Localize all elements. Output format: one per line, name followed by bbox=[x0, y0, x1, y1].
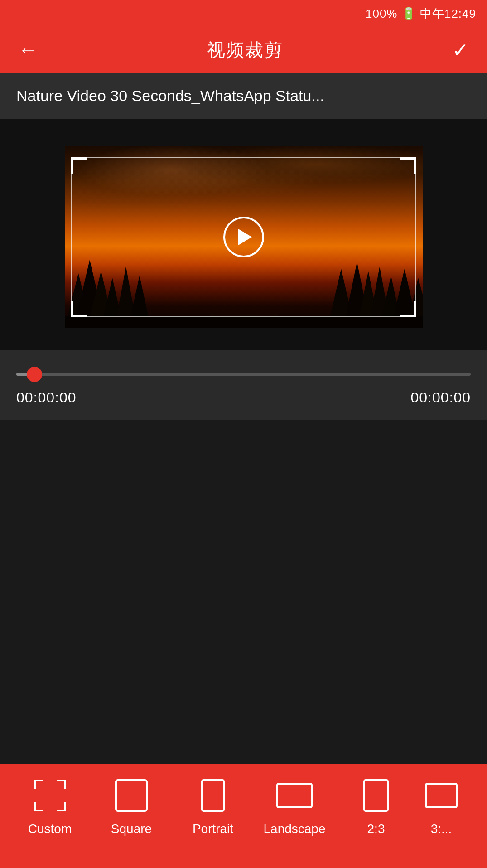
svg-rect-14 bbox=[65, 316, 423, 328]
status-bar-info: 100% 🔋 中午12:49 bbox=[366, 6, 476, 22]
back-button[interactable]: ← bbox=[18, 39, 38, 61]
portrait-label: Portrait bbox=[193, 822, 233, 836]
landscape-icon-container bbox=[276, 777, 313, 814]
ratio23-icon-container bbox=[358, 777, 394, 814]
ratio23-crop-icon bbox=[363, 779, 389, 812]
square-icon-container bbox=[113, 777, 149, 814]
start-time-label: 00:00:00 bbox=[16, 389, 77, 406]
custom-corner-bl bbox=[34, 802, 43, 811]
custom-corner-tr bbox=[57, 780, 66, 789]
portrait-crop-icon bbox=[201, 779, 225, 812]
ratio3x-label: 3:... bbox=[431, 822, 452, 836]
square-label: Square bbox=[111, 822, 152, 836]
battery-level: 100% bbox=[366, 7, 398, 20]
ratio3x-crop-icon bbox=[425, 783, 458, 808]
aspect-item-square[interactable]: Square bbox=[91, 777, 172, 836]
page-title: 视频裁剪 bbox=[207, 38, 283, 63]
confirm-button[interactable]: ✓ bbox=[452, 39, 469, 62]
aspect-item-portrait[interactable]: Portrait bbox=[172, 777, 254, 836]
video-area bbox=[0, 119, 487, 350]
play-icon bbox=[238, 229, 252, 245]
clock: 中午12:49 bbox=[420, 7, 476, 20]
scrubber-thumb[interactable] bbox=[27, 367, 42, 382]
end-time-label: 00:00:00 bbox=[410, 389, 471, 406]
video-container[interactable] bbox=[65, 146, 423, 328]
custom-corner-br bbox=[57, 802, 66, 811]
scrubber-track[interactable] bbox=[16, 373, 471, 376]
toolbar: ← 视频裁剪 ✓ bbox=[0, 27, 487, 73]
filename-bar: Nature Video 30 Seconds_WhatsApp Statu..… bbox=[0, 73, 487, 119]
custom-crop-icon bbox=[34, 780, 66, 811]
play-button[interactable] bbox=[223, 217, 264, 257]
custom-corner-tl bbox=[34, 780, 43, 789]
ratio23-label: 2:3 bbox=[367, 822, 385, 836]
aspect-ratio-selector: Custom Square Portrait Landscape 2:3 3:.… bbox=[0, 764, 487, 868]
aspect-item-ratio3x[interactable]: 3:... bbox=[417, 777, 466, 836]
aspect-item-custom[interactable]: Custom bbox=[9, 777, 91, 836]
landscape-label: Landscape bbox=[263, 822, 325, 836]
filename-text: Nature Video 30 Seconds_WhatsApp Statu..… bbox=[16, 87, 471, 105]
time-labels: 00:00:00 00:00:00 bbox=[16, 389, 471, 406]
custom-label: Custom bbox=[28, 822, 72, 836]
tree-layer bbox=[65, 246, 423, 328]
status-bar: 100% 🔋 中午12:49 bbox=[0, 0, 487, 27]
aspect-item-landscape[interactable]: Landscape bbox=[254, 777, 335, 836]
ratio3x-icon-container bbox=[423, 777, 459, 814]
aspect-item-ratio23[interactable]: 2:3 bbox=[335, 777, 417, 836]
portrait-icon-container bbox=[195, 777, 231, 814]
custom-icon-container bbox=[32, 777, 68, 814]
landscape-crop-icon bbox=[276, 783, 313, 808]
timeline-area: 00:00:00 00:00:00 bbox=[0, 350, 487, 420]
square-crop-icon bbox=[115, 779, 148, 812]
